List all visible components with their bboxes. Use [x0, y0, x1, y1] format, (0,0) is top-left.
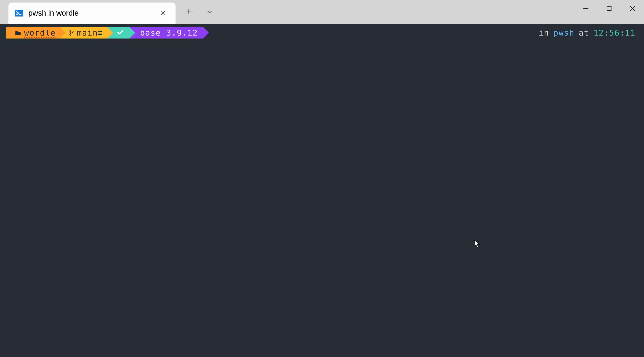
- title-bar: pwsh in wordle: [0, 0, 644, 24]
- prompt-segment-git: main≡: [60, 27, 107, 39]
- prompt-segment-env: base 3.9.12: [130, 27, 204, 39]
- maximize-button[interactable]: [598, 0, 621, 17]
- window-controls: [574, 0, 644, 17]
- tab-divider: [199, 8, 199, 16]
- cwd-label: wordle: [24, 28, 56, 38]
- git-branch-icon: [69, 30, 74, 36]
- check-icon: [117, 28, 124, 38]
- terminal-tab[interactable]: pwsh in wordle: [8, 3, 176, 24]
- prompt-right-info: in pwsh at 12:56:11: [539, 27, 636, 39]
- prompt-segment-cwd: wordle: [6, 27, 60, 39]
- tab-dropdown-button[interactable]: [203, 6, 216, 18]
- tab-controls: [176, 0, 216, 24]
- mouse-cursor-icon: [474, 240, 480, 250]
- git-branch-label: main≡: [77, 28, 103, 38]
- svg-point-4: [70, 30, 71, 32]
- svg-point-6: [72, 31, 74, 32]
- right-time-label: 12:56:11: [594, 28, 636, 38]
- svg-point-5: [70, 34, 71, 35]
- svg-rect-3: [607, 6, 611, 11]
- close-tab-button[interactable]: [156, 7, 169, 20]
- right-shell-label: pwsh: [554, 28, 575, 38]
- tab-title: pwsh in wordle: [28, 9, 156, 18]
- minimize-button[interactable]: [574, 0, 598, 17]
- new-tab-button[interactable]: [182, 6, 194, 18]
- folder-icon: [15, 30, 21, 36]
- env-label: base 3.9.12: [140, 28, 198, 38]
- right-at-label: at: [579, 28, 589, 38]
- close-window-button[interactable]: [621, 0, 644, 17]
- powershell-icon: [15, 9, 23, 17]
- right-in-label: in: [539, 28, 549, 38]
- terminal-area[interactable]: wordle main≡ base 3.9.12: [0, 24, 644, 357]
